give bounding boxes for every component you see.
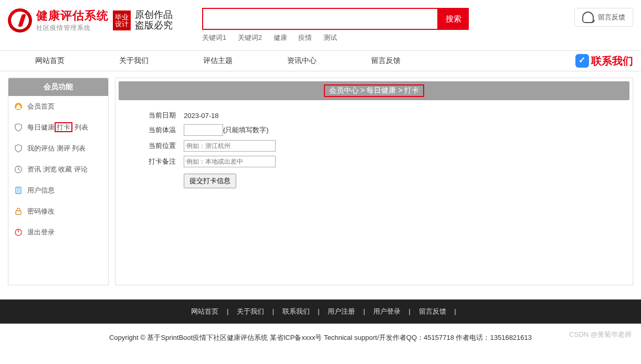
logo-icon bbox=[8, 8, 32, 33]
sidebar-item-userinfo[interactable]: 用户信息 bbox=[8, 180, 108, 201]
logo-title: 健康评估系统 bbox=[36, 8, 109, 24]
nav-home[interactable]: 网站首页 bbox=[8, 51, 92, 71]
sidebar-header: 会员功能 bbox=[8, 78, 108, 96]
input-temp[interactable] bbox=[184, 124, 223, 136]
input-location[interactable] bbox=[184, 140, 276, 152]
user-icon bbox=[14, 186, 23, 195]
input-remark[interactable] bbox=[184, 156, 276, 167]
footer-link[interactable]: 用户注册 bbox=[328, 307, 355, 315]
nav-feedback[interactable]: 留言反馈 bbox=[344, 51, 428, 71]
design-badge: 毕业设计 bbox=[113, 10, 131, 30]
value-date: 2023-07-18 bbox=[184, 112, 219, 120]
footer-link[interactable]: 留言反馈 bbox=[419, 307, 446, 315]
footer-link[interactable]: 用户登录 bbox=[373, 307, 401, 315]
sidebar-item-password[interactable]: 密码修改 bbox=[8, 201, 108, 222]
keyword-link[interactable]: 关键词1 bbox=[202, 34, 226, 41]
calligraphy-text: 原创作品盗版必究 bbox=[135, 10, 173, 31]
search-input[interactable] bbox=[202, 8, 438, 30]
sidebar: 会员功能 会员首页 每日健康打卡 列表 我的评估 测评 列表 资讯 浏览 收藏 … bbox=[8, 78, 109, 285]
keyword-link[interactable]: 疫情 bbox=[298, 34, 312, 41]
home-icon bbox=[14, 102, 23, 111]
footer-copyright: Copyright © 基于SprintBoot疫情下社区健康评估系统 某省IC… bbox=[0, 324, 641, 348]
sidebar-item-home[interactable]: 会员首页 bbox=[8, 96, 108, 117]
sidebar-item-logout[interactable]: 退出登录 bbox=[8, 222, 108, 243]
footer-nav: 网站首页 | 关于我们 | 联系我们 | 用户注册 | 用户登录 | 留言反馈 … bbox=[0, 299, 641, 324]
nav-news[interactable]: 资讯中心 bbox=[260, 51, 344, 71]
watermark: CSDN @黄菊华老师 bbox=[569, 330, 632, 339]
power-icon bbox=[14, 228, 23, 237]
search-button[interactable]: 搜索 bbox=[438, 8, 469, 30]
sidebar-item-daily[interactable]: 每日健康打卡 列表 bbox=[8, 117, 108, 138]
feedback-button[interactable]: 留言反馈 bbox=[574, 8, 633, 27]
contact-us-link[interactable]: 联系我们 bbox=[575, 54, 633, 68]
shield-icon bbox=[14, 144, 23, 153]
keyword-link[interactable]: 测试 bbox=[323, 34, 337, 41]
nav-about[interactable]: 关于我们 bbox=[92, 51, 176, 71]
label-remark: 打卡备注 bbox=[131, 157, 184, 166]
lock-icon bbox=[14, 207, 23, 216]
sidebar-item-assess[interactable]: 我的评估 测评 列表 bbox=[8, 138, 108, 159]
check-icon bbox=[575, 54, 589, 68]
label-date: 当前日期 bbox=[131, 111, 184, 120]
svg-rect-6 bbox=[16, 211, 21, 215]
sidebar-item-news[interactable]: 资讯 浏览 收藏 评论 bbox=[8, 159, 108, 180]
footer-link[interactable]: 网站首页 bbox=[191, 307, 218, 315]
shield-icon bbox=[14, 123, 23, 132]
breadcrumb: 会员中心 > 每日健康 > 打卡 bbox=[119, 81, 629, 100]
submit-button[interactable]: 提交打卡信息 bbox=[184, 174, 236, 188]
nav-topics[interactable]: 评估主题 bbox=[176, 51, 260, 71]
keyword-link[interactable]: 健康 bbox=[274, 34, 287, 41]
search-keywords: 关键词1 关键词2 健康 疫情 测试 bbox=[202, 33, 470, 42]
clock-icon bbox=[14, 165, 23, 174]
logo-subtitle: 社区疫情管理系统 bbox=[36, 24, 109, 33]
headset-icon bbox=[582, 12, 594, 23]
label-location: 当前位置 bbox=[131, 141, 184, 151]
highlight-checkin: 打卡 bbox=[55, 122, 72, 132]
label-temp: 当前体温 bbox=[131, 125, 184, 135]
footer-link[interactable]: 关于我们 bbox=[237, 307, 264, 315]
content-panel: 会员中心 > 每日健康 > 打卡 当前日期 2023-07-18 当前体温 (只… bbox=[115, 78, 633, 285]
footer-link[interactable]: 联系我们 bbox=[282, 307, 310, 315]
logo-area: 健康评估系统 社区疫情管理系统 毕业设计 原创作品盗版必究 bbox=[8, 8, 202, 33]
keyword-link[interactable]: 关键词2 bbox=[238, 34, 262, 41]
hint-temp: (只能填写数字) bbox=[223, 125, 269, 135]
